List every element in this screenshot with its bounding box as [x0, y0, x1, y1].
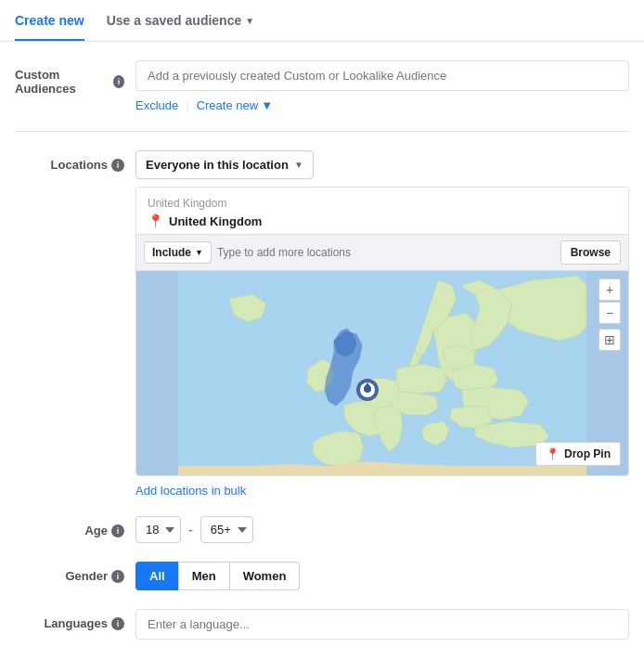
gender-label: Gender i: [15, 562, 135, 583]
gender-men-button[interactable]: Men: [178, 562, 230, 590]
tab-bar: Create new Use a saved audience ▼: [0, 0, 644, 42]
tab-use-saved[interactable]: Use a saved audience ▼: [107, 0, 254, 41]
age-label: Age i: [15, 516, 135, 537]
svg-point-3: [364, 385, 371, 393]
browse-button[interactable]: Browse: [560, 240, 621, 265]
map-zoom-in-button[interactable]: +: [599, 278, 621, 301]
section-divider: [15, 131, 629, 132]
custom-audiences-info-icon[interactable]: i: [113, 75, 124, 88]
create-new-link[interactable]: Create new ▼: [197, 98, 273, 112]
languages-content: [135, 609, 629, 640]
locations-content: Everyone in this location ▼ United Kingd…: [135, 150, 629, 498]
bulk-link-container: Add locations in bulk: [135, 484, 629, 498]
link-divider: |: [186, 98, 188, 112]
location-pin-icon: 📍: [148, 214, 163, 228]
location-box: United Kingdom 📍 United Kingdom Include …: [135, 187, 629, 476]
languages-label: Languages i: [15, 609, 135, 630]
map-container: + − ⊞ 📍 Drop Pin: [136, 271, 628, 475]
audience-form: Create new Use a saved audience ▼ Custom…: [0, 0, 644, 660]
age-info-icon[interactable]: i: [111, 524, 124, 537]
gender-all-button[interactable]: All: [135, 562, 178, 590]
age-content: 18 192021 253035 - 65+ 182535 455564: [135, 516, 629, 543]
location-search-input[interactable]: [217, 246, 555, 259]
age-controls: 18 192021 253035 - 65+ 182535 455564: [135, 516, 629, 543]
gender-info-icon[interactable]: i: [111, 570, 124, 583]
include-dropdown-btn[interactable]: Include ▼: [144, 241, 212, 264]
map-controls: + − ⊞: [599, 278, 621, 351]
location-country-label: United Kingdom: [148, 197, 617, 210]
map-fullscreen-button[interactable]: ⊞: [599, 329, 621, 351]
locations-info-icon[interactable]: i: [111, 159, 124, 172]
language-input[interactable]: [135, 609, 629, 640]
chevron-down-icon: ▼: [245, 16, 254, 26]
drop-pin-icon: 📍: [546, 447, 560, 460]
custom-audiences-content: Exclude | Create new ▼: [135, 60, 629, 112]
location-country-item: 📍 United Kingdom: [148, 214, 617, 228]
languages-info-icon[interactable]: i: [111, 617, 124, 630]
create-new-chevron-icon: ▼: [261, 98, 273, 112]
gender-controls: All Men Women: [135, 562, 629, 590]
age-dash: -: [188, 523, 193, 537]
gender-women-button[interactable]: Women: [230, 562, 301, 590]
tab-create-new[interactable]: Create new: [15, 0, 84, 41]
map-zoom-out-button[interactable]: −: [599, 302, 621, 324]
gender-row: Gender i All Men Women: [15, 562, 629, 590]
custom-audiences-label: Custom Audiences i: [15, 60, 135, 96]
audience-links: Exclude | Create new ▼: [135, 98, 629, 112]
location-type-chevron-icon: ▼: [294, 160, 303, 170]
locations-label: Locations i: [15, 150, 135, 172]
age-row: Age i 18 192021 253035 - 65+ 182535 4555…: [15, 516, 629, 543]
location-type-dropdown[interactable]: Everyone in this location ▼: [135, 150, 314, 179]
tab-saved-label: Use a saved audience: [107, 13, 242, 28]
gender-content: All Men Women: [135, 562, 629, 590]
include-bar: Include ▼ Browse: [136, 235, 628, 271]
age-max-select[interactable]: 65+ 182535 455564: [200, 516, 253, 543]
drop-pin-label: Drop Pin: [564, 447, 611, 460]
location-header: United Kingdom 📍 United Kingdom: [136, 188, 628, 235]
locations-row: Locations i Everyone in this location ▼ …: [15, 150, 629, 498]
custom-audiences-row: Custom Audiences i Exclude | Create new …: [15, 60, 629, 112]
main-content: Custom Audiences i Exclude | Create new …: [0, 42, 644, 660]
include-chevron-icon: ▼: [195, 248, 203, 257]
exclude-link[interactable]: Exclude: [135, 98, 178, 112]
add-bulk-locations-link[interactable]: Add locations in bulk: [135, 484, 246, 498]
age-min-select[interactable]: 18 192021 253035: [135, 516, 181, 543]
languages-row: Languages i: [15, 609, 629, 640]
drop-pin-button[interactable]: 📍 Drop Pin: [535, 442, 621, 466]
custom-audiences-input[interactable]: [135, 60, 629, 91]
location-country-name: United Kingdom: [169, 214, 262, 228]
